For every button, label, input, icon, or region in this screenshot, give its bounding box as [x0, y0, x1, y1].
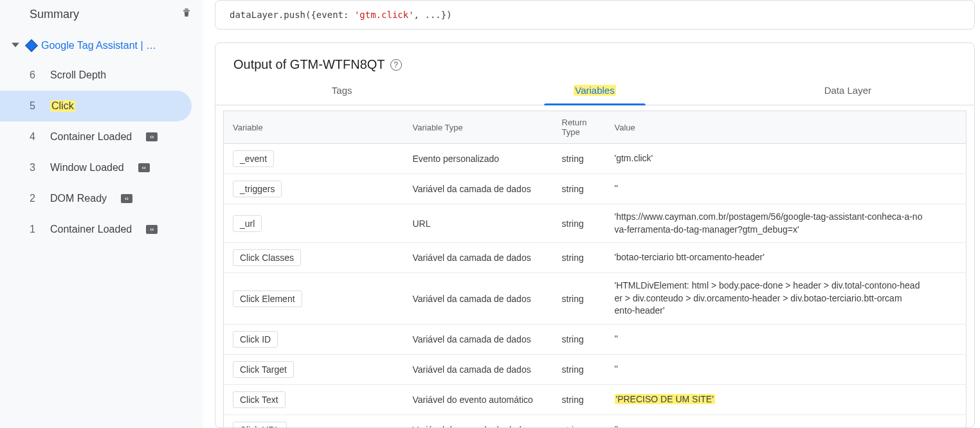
event-label: DOM Ready	[50, 193, 107, 204]
variable-type: Variável da camada de dados	[404, 243, 553, 273]
variable-name[interactable]: _url	[233, 215, 262, 232]
event-number: 2	[30, 193, 37, 204]
tab-datalayer[interactable]: Data Layer	[721, 76, 974, 105]
code-suffix: , ...})	[414, 10, 452, 20]
variable-value: 'botao-terciario btt-orcamento-header'	[606, 243, 966, 273]
event-row[interactable]: 1Container Loaded‹›	[0, 214, 192, 245]
event-row[interactable]: 3Window Loaded‹›	[0, 152, 192, 183]
table-row[interactable]: _urlURLstring'https://www.cayman.com.br/…	[224, 204, 966, 243]
col-variable-type[interactable]: Variable Type	[404, 111, 553, 144]
variable-value: 'PRECISO DE UM SITE'	[606, 384, 966, 415]
diamond-icon	[25, 39, 38, 52]
root-label: Google Tag Assistant | …	[41, 40, 193, 51]
sidebar: Summary Google Tag Assistant | … 6Scroll…	[0, 0, 203, 428]
clear-icon[interactable]	[180, 6, 193, 22]
col-value[interactable]: Value	[606, 111, 966, 144]
variable-value: 'HTMLDivElement: html > body.pace-done >…	[606, 273, 966, 325]
return-type: string	[553, 174, 606, 204]
table-row[interactable]: _eventEvento personalizadostring'gtm.cli…	[224, 144, 966, 174]
variable-name[interactable]: _triggers	[233, 181, 282, 197]
event-label: Container Loaded	[50, 131, 132, 143]
variable-type: Evento personalizado	[404, 144, 553, 174]
table-row[interactable]: Click ClassesVariável da camada de dados…	[224, 243, 966, 273]
tab-tags[interactable]: Tags	[215, 76, 468, 105]
event-number: 3	[30, 162, 37, 174]
variable-type: Variável da camada de dados	[404, 273, 553, 325]
return-type: string	[553, 144, 606, 174]
table-row[interactable]: Click ElementVariável da camada de dados…	[224, 273, 966, 325]
help-icon[interactable]: ?	[390, 59, 402, 71]
variable-type: Variável da camada de dados	[404, 415, 553, 427]
summary-header: Summary	[0, 4, 203, 31]
return-type: string	[553, 324, 606, 354]
table-row[interactable]: Click URLVariável da camada de dadosstri…	[224, 415, 966, 427]
summary-label[interactable]: Summary	[30, 8, 79, 21]
root-node[interactable]: Google Tag Assistant | …	[0, 31, 203, 60]
output-tabs: Tags Variables Data Layer	[215, 76, 974, 105]
variable-value: ''	[606, 415, 966, 427]
event-number: 4	[30, 131, 37, 143]
variable-type: Variável da camada de dados	[404, 174, 553, 204]
event-number: 5	[30, 100, 37, 112]
event-row[interactable]: 2DOM Ready‹›	[0, 183, 192, 214]
code-badge-icon: ‹›	[138, 163, 150, 172]
return-type: string	[553, 415, 606, 427]
code-badge-icon: ‹›	[121, 194, 132, 203]
variable-type: Variável do evento automático	[404, 384, 553, 415]
variable-value: ''	[606, 324, 966, 354]
variable-name[interactable]: Click Classes	[233, 249, 301, 266]
variable-name[interactable]: Click Text	[233, 391, 286, 408]
table-row[interactable]: Click IDVariável da camada de dadosstrin…	[224, 324, 966, 354]
main-panel: dataLayer.push({event: 'gtm.click', ...}…	[203, 0, 980, 428]
return-type: string	[553, 384, 606, 415]
code-badge-icon: ‹›	[146, 132, 158, 141]
event-row[interactable]: 6Scroll Depth	[0, 60, 192, 91]
variables-table-wrap: Variable Variable Type Return Type Value…	[215, 105, 974, 427]
code-highlight: 'gtm.click'	[354, 10, 414, 20]
code-prefix: dataLayer.push({event:	[230, 10, 354, 20]
return-type: string	[553, 354, 606, 384]
event-row[interactable]: 4Container Loaded‹›	[0, 121, 192, 152]
col-return-type[interactable]: Return Type	[553, 111, 606, 144]
variable-value: ''	[606, 174, 966, 204]
return-type: string	[553, 273, 606, 325]
event-label: Container Loaded	[50, 224, 132, 235]
event-label: Click	[50, 100, 75, 112]
output-card: Output of GTM-WTFN8QT ? Tags Variables D…	[215, 42, 975, 428]
output-title: Output of GTM-WTFN8QT	[233, 57, 385, 72]
variable-name[interactable]: Click ID	[233, 331, 278, 348]
variable-value: 'gtm.click'	[606, 144, 966, 174]
return-type: string	[553, 243, 606, 273]
collapse-icon[interactable]	[12, 40, 19, 51]
event-label: Window Loaded	[50, 162, 124, 174]
variable-name[interactable]: Click Target	[233, 361, 294, 378]
api-call-card: dataLayer.push({event: 'gtm.click', ...}…	[215, 0, 975, 30]
variables-table: Variable Variable Type Return Type Value…	[223, 111, 966, 427]
event-list: 6Scroll Depth5Click4Container Loaded‹›3W…	[0, 60, 203, 245]
return-type: string	[553, 204, 606, 243]
code-badge-icon: ‹›	[146, 225, 158, 234]
variable-type: Variável da camada de dados	[404, 324, 553, 354]
table-row[interactable]: _triggersVariável da camada de dadosstri…	[224, 174, 966, 204]
variable-name[interactable]: Click Element	[233, 290, 302, 307]
event-row[interactable]: 5Click	[0, 91, 192, 121]
table-row[interactable]: Click TargetVariável da camada de dadoss…	[224, 354, 966, 384]
variable-name[interactable]: _event	[233, 150, 274, 167]
event-label: Scroll Depth	[50, 69, 106, 81]
output-title-row: Output of GTM-WTFN8QT ?	[215, 43, 974, 76]
variable-type: Variável da camada de dados	[404, 354, 553, 384]
table-header-row: Variable Variable Type Return Type Value	[224, 111, 966, 144]
table-row[interactable]: Click TextVariável do evento automáticos…	[224, 384, 966, 415]
event-number: 6	[30, 69, 37, 81]
variable-name[interactable]: Click URL	[233, 422, 287, 427]
col-variable[interactable]: Variable	[224, 111, 404, 144]
variable-type: URL	[404, 204, 553, 243]
event-number: 1	[30, 224, 37, 235]
tab-variables[interactable]: Variables	[468, 76, 721, 105]
variable-value: 'https://www.cayman.com.br/postagem/56/g…	[606, 204, 966, 243]
variable-value: ''	[606, 354, 966, 384]
